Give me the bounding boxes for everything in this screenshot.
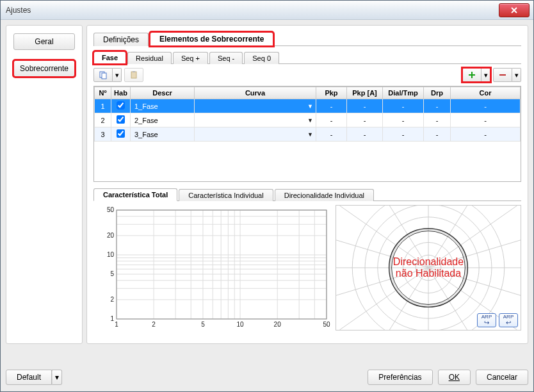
col-pkpa[interactable]: Pkp [A] xyxy=(347,87,383,99)
footer: Default ▾ Preferências OK Cancelar xyxy=(6,368,528,386)
svg-text:50: 50 xyxy=(107,206,115,213)
copy-button[interactable] xyxy=(93,68,113,82)
col-descr[interactable]: Descr xyxy=(131,87,195,99)
cell-descr[interactable]: 2_Fase xyxy=(131,113,195,127)
cell-pkp[interactable]: - xyxy=(316,113,347,127)
svg-text:2: 2 xyxy=(152,321,156,328)
ctab-direcionalidade[interactable]: Direcionalidade Individual xyxy=(275,189,374,201)
content-area: Geral Sobrecorrente Definições Elementos… xyxy=(1,20,533,391)
cancel-button[interactable]: Cancelar xyxy=(476,370,528,385)
hab-checkbox[interactable] xyxy=(117,115,125,124)
titlebar: Ajustes xyxy=(1,1,533,20)
main-panel: Definições Elementos de Sobrecorrente Fa… xyxy=(86,25,528,344)
polar-svg xyxy=(336,206,521,330)
elements-table: Nº Hab Descr Curva Pkp Pkp [A] Dial/Tmp … xyxy=(93,86,521,182)
svg-text:2: 2 xyxy=(110,296,114,303)
svg-text:20: 20 xyxy=(107,232,115,239)
chart-tabs: Característica Total Característica Indi… xyxy=(93,187,521,201)
cell-hab[interactable] xyxy=(111,127,131,142)
tab-definicoes[interactable]: Definições xyxy=(93,33,149,46)
svg-text:5: 5 xyxy=(201,321,205,328)
chevron-down-icon[interactable]: ▼ xyxy=(307,103,313,110)
arp-left-button[interactable]: ARP↩ xyxy=(499,313,518,327)
cell-pkpa[interactable]: - xyxy=(347,99,383,113)
arp-buttons: ARP↪ ARP↩ xyxy=(477,313,518,327)
remove-button[interactable] xyxy=(493,68,512,82)
cell-drp[interactable]: - xyxy=(424,127,451,142)
charts-area: 125102050125102050 xyxy=(93,205,521,331)
close-button[interactable] xyxy=(499,3,530,17)
sidebar-item-sobrecorrente[interactable]: Sobrecorrente xyxy=(13,60,75,77)
default-button[interactable]: Default xyxy=(6,370,52,385)
subtab-fase[interactable]: Fase xyxy=(93,51,126,64)
hab-checkbox[interactable] xyxy=(117,129,125,138)
tab-elementos-sobrecorrente[interactable]: Elementos de Sobrecorrente xyxy=(150,32,273,46)
sidebar-item-geral[interactable]: Geral xyxy=(13,33,75,50)
svg-rect-1 xyxy=(102,73,106,79)
subtab-seq-plus[interactable]: Seq + xyxy=(173,52,208,64)
cell-dial[interactable]: - xyxy=(383,113,424,127)
cell-pkpa[interactable]: - xyxy=(347,113,383,127)
svg-text:5: 5 xyxy=(110,270,114,277)
cell-hab[interactable] xyxy=(111,113,131,127)
ctab-individual[interactable]: Característica Individual xyxy=(179,189,273,201)
subtab-seq-zero[interactable]: Seq 0 xyxy=(244,52,279,64)
table-row[interactable]: 2 2_Fase ▼ - - - - - xyxy=(95,113,521,127)
svg-text:10: 10 xyxy=(236,321,244,328)
col-hab[interactable]: Hab xyxy=(111,87,131,99)
col-drp[interactable]: Drp xyxy=(424,87,451,99)
remove-split: ▾ xyxy=(493,68,521,82)
cell-pkp[interactable]: - xyxy=(316,127,347,142)
table-header-row: Nº Hab Descr Curva Pkp Pkp [A] Dial/Tmp … xyxy=(95,87,521,99)
cell-descr[interactable]: 1_Fase xyxy=(131,99,195,113)
col-dial[interactable]: Dial/Tmp xyxy=(383,87,424,99)
cell-drp[interactable]: - xyxy=(424,99,451,113)
cell-cor[interactable]: - xyxy=(451,113,521,127)
close-icon xyxy=(510,7,518,13)
arrow-right-icon: ↪ xyxy=(484,320,489,326)
cell-curva[interactable]: ▼ xyxy=(195,113,316,127)
chevron-down-icon[interactable]: ▼ xyxy=(307,131,313,138)
col-pkp[interactable]: Pkp xyxy=(316,87,347,99)
cell-cor[interactable]: - xyxy=(451,127,521,142)
table-row[interactable]: 1 1_Fase ▼ - - - - - xyxy=(95,99,521,113)
copy-icon xyxy=(99,70,108,79)
col-curva[interactable]: Curva xyxy=(195,87,316,99)
subtab-seq-minus[interactable]: Seq - xyxy=(209,52,243,64)
cell-cor[interactable]: - xyxy=(451,99,521,113)
toolbar: ▾ ▾ xyxy=(93,67,521,83)
cell-curva[interactable]: ▼ xyxy=(195,99,316,113)
svg-rect-3 xyxy=(133,71,135,72)
table-row[interactable]: 3 3_Fase ▼ - - - - - xyxy=(95,127,521,142)
default-dropdown[interactable]: ▾ xyxy=(52,370,62,385)
svg-rect-2 xyxy=(131,72,136,78)
top-tabs: Definições Elementos de Sobrecorrente xyxy=(93,32,521,46)
col-n[interactable]: Nº xyxy=(95,87,111,99)
cell-dial[interactable]: - xyxy=(383,99,424,113)
cell-dial[interactable]: - xyxy=(383,127,424,142)
arp-right-button[interactable]: ARP↪ xyxy=(477,313,496,327)
svg-text:10: 10 xyxy=(107,251,115,258)
cell-curva[interactable]: ▼ xyxy=(195,127,316,142)
copy-dropdown[interactable]: ▾ xyxy=(113,68,122,82)
hab-checkbox[interactable] xyxy=(117,101,125,110)
subtab-residual[interactable]: Residual xyxy=(127,52,172,64)
svg-text:20: 20 xyxy=(274,321,282,328)
ok-button[interactable]: OK xyxy=(438,370,471,385)
cell-pkp[interactable]: - xyxy=(316,99,347,113)
paste-button[interactable] xyxy=(124,68,143,82)
add-button[interactable] xyxy=(462,68,481,82)
cell-descr[interactable]: 3_Fase xyxy=(131,127,195,142)
preferences-button[interactable]: Preferências xyxy=(368,370,432,385)
cell-hab[interactable] xyxy=(111,99,131,113)
cell-drp[interactable]: - xyxy=(424,113,451,127)
add-dropdown[interactable]: ▾ xyxy=(481,68,490,82)
chevron-down-icon[interactable]: ▼ xyxy=(307,117,313,124)
col-cor[interactable]: Cor xyxy=(451,87,521,99)
main: Definições Elementos de Sobrecorrente Fa… xyxy=(86,25,528,344)
ctab-total[interactable]: Característica Total xyxy=(93,188,177,201)
loglog-svg: 125102050125102050 xyxy=(93,205,330,331)
cell-pkpa[interactable]: - xyxy=(347,127,383,142)
window-title: Ajustes xyxy=(6,6,31,15)
remove-dropdown[interactable]: ▾ xyxy=(512,68,521,82)
